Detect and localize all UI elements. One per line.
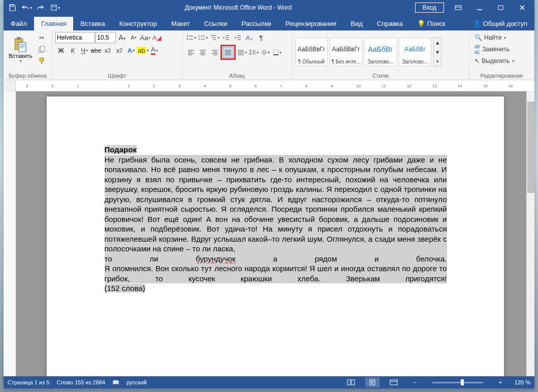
copy-button[interactable] bbox=[37, 44, 48, 55]
styles-up-button[interactable]: ▴ bbox=[434, 38, 441, 47]
close-button[interactable] bbox=[512, 2, 532, 14]
share-button[interactable]: 👤Общий доступ bbox=[466, 17, 534, 30]
status-page[interactable]: Страница 1 из 5 bbox=[8, 379, 49, 385]
sign-in-button[interactable]: Вход bbox=[415, 3, 444, 13]
distributed-button[interactable]: ▾ bbox=[236, 47, 247, 58]
style-heading1[interactable]: АаБбВгЗаголово... bbox=[364, 38, 397, 66]
tab-file[interactable]: Файл bbox=[4, 17, 34, 30]
multilevel-button[interactable]: ▾ bbox=[209, 32, 220, 43]
format-painter-button[interactable] bbox=[37, 55, 48, 67]
tab-layout[interactable]: Макет bbox=[164, 17, 197, 30]
style-no-spacing[interactable]: АаБбВвГг¶ Без инте... bbox=[330, 38, 362, 66]
zoom-out-button[interactable]: − bbox=[408, 377, 422, 387]
align-justify-button[interactable] bbox=[223, 47, 234, 58]
qat-customize-button[interactable]: ▾ bbox=[48, 2, 61, 14]
underline-button[interactable]: Ч▾ bbox=[79, 45, 90, 56]
svg-rect-37 bbox=[390, 380, 397, 385]
increase-indent-button[interactable] bbox=[232, 32, 243, 43]
show-marks-button[interactable]: ¶ bbox=[256, 32, 267, 43]
svg-text:9: 9 bbox=[331, 84, 333, 88]
group-styles: АаБбВвГг¶ Обычный АаБбВвГг¶ Без инте... … bbox=[292, 30, 469, 80]
save-button[interactable] bbox=[6, 2, 19, 14]
align-right-button[interactable] bbox=[209, 47, 220, 58]
svg-rect-35 bbox=[352, 380, 355, 385]
grow-font-button[interactable]: A▴ bbox=[116, 32, 128, 43]
svg-text:5: 5 bbox=[229, 84, 232, 88]
text-effects-button[interactable]: A▾ bbox=[125, 45, 137, 56]
clear-formatting-button[interactable]: A◢ bbox=[151, 32, 163, 43]
style-normal[interactable]: АаБбВвГг¶ Обычный bbox=[295, 38, 328, 66]
change-case-button[interactable]: Aa▾ bbox=[140, 32, 151, 43]
svg-rect-34 bbox=[347, 380, 351, 385]
shading-button[interactable]: ▾ bbox=[260, 47, 271, 58]
bold-button[interactable]: Ж bbox=[55, 45, 67, 56]
highlight-button[interactable]: ab▾ bbox=[137, 45, 148, 56]
tab-view[interactable]: Вид bbox=[343, 17, 370, 30]
view-read-button[interactable] bbox=[344, 377, 358, 387]
numbering-button[interactable]: 12▾ bbox=[197, 32, 208, 43]
tab-help[interactable]: Справка bbox=[370, 17, 410, 30]
svg-text:8: 8 bbox=[305, 84, 308, 88]
tab-search[interactable]: 💡Поиск bbox=[410, 17, 453, 30]
scrollbar-thumb[interactable] bbox=[527, 102, 534, 193]
zoom-thumb[interactable] bbox=[461, 379, 464, 385]
zoom-value[interactable]: 120 % bbox=[515, 379, 530, 385]
word-app-window: ▾ ▾ Документ Microsoft Office Word - Wor… bbox=[4, 0, 534, 388]
ribbon-display-button[interactable] bbox=[448, 2, 468, 14]
svg-rect-6 bbox=[19, 43, 26, 52]
redo-button[interactable] bbox=[34, 2, 47, 14]
tab-mailings[interactable]: Рассылки bbox=[234, 17, 278, 30]
group-clipboard: Вставить ▾ ✂ Буфер обмена bbox=[4, 30, 52, 80]
replace-button[interactable]: abacЗаменить bbox=[472, 44, 516, 55]
tab-insert[interactable]: Вставка bbox=[73, 17, 112, 30]
align-center-button[interactable] bbox=[197, 47, 208, 58]
subscript-button[interactable]: x2 bbox=[102, 45, 113, 56]
share-icon: 👤 bbox=[473, 20, 481, 27]
group-editing: 🔍Найти▾ abacЗаменить ↖Выделить▾ Редактир… bbox=[469, 30, 534, 80]
cut-button[interactable]: ✂ bbox=[37, 32, 48, 43]
font-size-select[interactable] bbox=[96, 32, 116, 43]
borders-button[interactable]: ▾ bbox=[271, 47, 282, 58]
view-web-button[interactable] bbox=[387, 377, 401, 387]
zoom-slider[interactable] bbox=[432, 382, 483, 383]
undo-button[interactable]: ▾ bbox=[20, 2, 33, 14]
shrink-font-button[interactable]: A▾ bbox=[128, 32, 139, 43]
select-button[interactable]: ↖Выделить▾ bbox=[472, 55, 516, 67]
superscript-button[interactable]: x2 bbox=[114, 45, 125, 56]
decrease-indent-button[interactable] bbox=[220, 32, 232, 43]
font-name-select[interactable] bbox=[55, 32, 95, 43]
status-language[interactable]: русский bbox=[126, 379, 146, 385]
strike-button[interactable]: abc bbox=[90, 45, 102, 56]
font-color-button[interactable]: A▾ bbox=[149, 45, 160, 56]
style-heading2[interactable]: АаБбВгЗаголово... bbox=[399, 38, 431, 66]
zoom-in-button[interactable]: + bbox=[493, 377, 508, 387]
svg-text:12: 12 bbox=[407, 84, 412, 88]
status-words[interactable]: Слово 155 из 2684 bbox=[56, 379, 105, 385]
maximize-button[interactable] bbox=[491, 2, 511, 14]
search-icon: 🔍 bbox=[474, 34, 482, 41]
bullets-button[interactable]: ▾ bbox=[185, 32, 197, 43]
paste-button[interactable]: Вставить ▾ bbox=[7, 32, 35, 68]
italic-button[interactable]: К bbox=[67, 45, 78, 56]
view-print-button[interactable] bbox=[365, 377, 379, 387]
document-body[interactable]: Подарок Не грибная была осень, совсем не… bbox=[105, 145, 447, 293]
tab-design[interactable]: Конструктор bbox=[112, 17, 164, 30]
align-left-button[interactable] bbox=[185, 47, 197, 58]
tab-home[interactable]: Главная bbox=[34, 17, 73, 30]
sort-button[interactable]: A↓ bbox=[244, 32, 255, 43]
find-button[interactable]: 🔍Найти▾ bbox=[472, 32, 516, 43]
vertical-ruler[interactable] bbox=[4, 91, 16, 376]
tab-review[interactable]: Рецензирование bbox=[278, 17, 343, 30]
styles-more-button[interactable]: ▾ bbox=[434, 57, 441, 66]
minimize-button[interactable] bbox=[469, 2, 490, 14]
svg-rect-5 bbox=[17, 37, 21, 40]
styles-down-button[interactable]: ▾ bbox=[434, 47, 441, 56]
svg-text:1: 1 bbox=[77, 84, 79, 88]
page-scroll[interactable]: Подарок Не грибная была осень, совсем не… bbox=[16, 91, 534, 376]
horizontal-ruler[interactable]: 32112345678910111213141516 bbox=[16, 81, 534, 90]
spell-error-word: бурундучок bbox=[196, 254, 236, 264]
vertical-scrollbar[interactable] bbox=[526, 91, 534, 376]
line-spacing-button[interactable]: ▾ bbox=[248, 47, 259, 58]
tab-references[interactable]: Ссылки bbox=[197, 17, 235, 30]
proofing-icon[interactable]: 📖 bbox=[112, 379, 119, 386]
